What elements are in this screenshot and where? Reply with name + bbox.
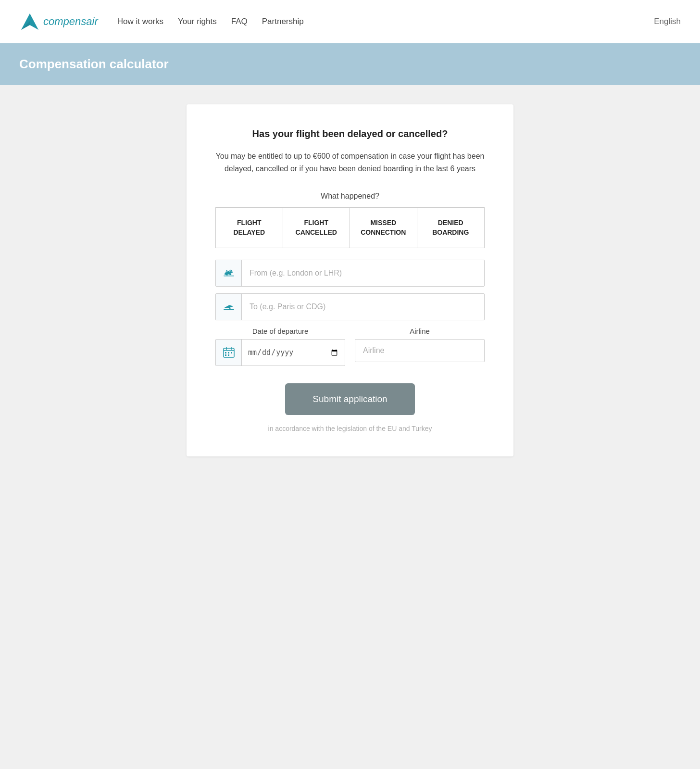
svg-rect-6	[225, 352, 226, 353]
takeoff-icon	[223, 267, 235, 279]
card-subtext: You may be entitled to up to €600 of com…	[215, 150, 485, 175]
nav-how-it-works[interactable]: How it works	[117, 17, 163, 26]
calculator-card: Has your flight been delayed or cancelle…	[187, 104, 513, 456]
from-input[interactable]	[242, 261, 484, 285]
nav-faq[interactable]: FAQ	[231, 17, 248, 26]
calendar-icon-box	[216, 340, 242, 366]
nav-partnership[interactable]: Partnership	[262, 17, 304, 26]
date-input-row	[215, 339, 345, 366]
calendar-icon	[223, 346, 235, 359]
logo[interactable]: compensair	[19, 12, 98, 32]
date-airline-row: Date of departure	[215, 327, 485, 366]
option-flight-delayed[interactable]: FLIGHTDELAYED	[216, 208, 283, 248]
option-missed-connection[interactable]: MISSEDCONNECTION	[350, 208, 417, 248]
to-input[interactable]	[242, 295, 484, 319]
option-denied-boarding[interactable]: DENIEDBOARDING	[417, 208, 485, 248]
date-label: Date of departure	[215, 327, 345, 335]
svg-rect-8	[231, 352, 232, 353]
language-selector[interactable]: English	[654, 17, 681, 26]
date-input[interactable]	[242, 341, 345, 364]
what-happened-label: What happened?	[215, 192, 485, 201]
legislation-text: in accordance with the legislation of th…	[215, 425, 485, 432]
date-group: Date of departure	[215, 327, 345, 366]
takeoff-icon-box	[216, 260, 242, 286]
svg-rect-10	[228, 354, 229, 356]
hero-title: Compensation calculator	[19, 57, 681, 72]
airline-group: Airline	[355, 327, 485, 362]
option-buttons: FLIGHTDELAYED FLIGHTCANCELLED MISSEDCONN…	[215, 207, 485, 248]
svg-rect-9	[225, 354, 226, 356]
airline-label: Airline	[355, 327, 485, 335]
main-content: Has your flight been delayed or cancelle…	[0, 85, 700, 485]
landing-icon-box	[216, 294, 242, 320]
navbar: compensair How it works Your rights FAQ …	[0, 0, 700, 43]
card-headline: Has your flight been delayed or cancelle…	[215, 128, 485, 139]
to-input-row	[215, 293, 485, 320]
airline-input[interactable]	[355, 339, 485, 362]
svg-rect-7	[228, 352, 229, 353]
nav-your-rights[interactable]: Your rights	[178, 17, 217, 26]
option-flight-cancelled[interactable]: FLIGHTCANCELLED	[283, 208, 350, 248]
hero-banner: Compensation calculator	[0, 43, 700, 85]
logo-text: compensair	[43, 15, 98, 28]
submit-button[interactable]: Submit application	[285, 383, 415, 415]
from-input-row	[215, 260, 485, 287]
landing-icon	[223, 301, 235, 313]
nav-links: How it works Your rights FAQ Partnership	[117, 17, 654, 26]
